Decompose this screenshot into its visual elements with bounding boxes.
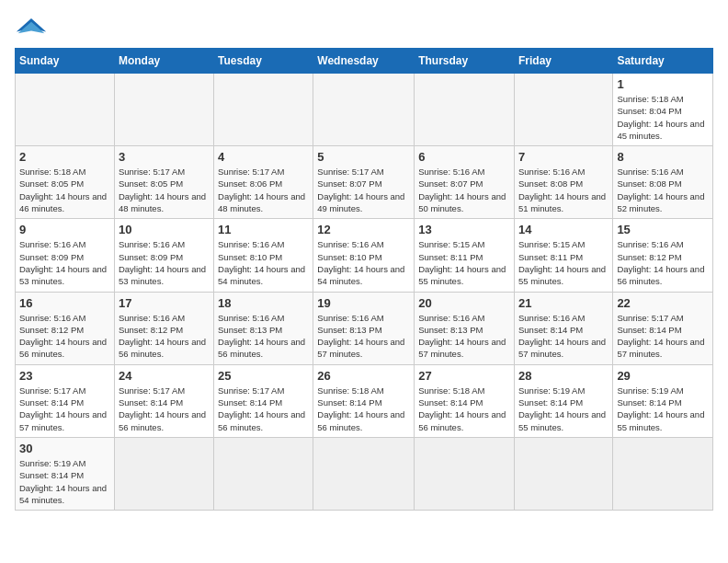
col-header-thursday: Thursday: [415, 49, 515, 74]
day-info: Sunrise: 5:16 AMSunset: 8:08 PMDaylight:…: [617, 166, 709, 214]
day-number: 13: [418, 223, 510, 236]
day-info: Sunrise: 5:16 AMSunset: 8:07 PMDaylight:…: [418, 166, 510, 214]
day-info: Sunrise: 5:16 AMSunset: 8:14 PMDaylight:…: [518, 312, 609, 361]
calendar-cell: 21Sunrise: 5:16 AMSunset: 8:14 PMDayligh…: [514, 292, 612, 364]
day-info: Sunrise: 5:18 AMSunset: 8:14 PMDaylight:…: [317, 385, 410, 433]
day-number: 26: [317, 369, 410, 383]
calendar-table: SundayMondayTuesdayWednesdayThursdayFrid…: [15, 48, 713, 511]
calendar-cell: 30Sunrise: 5:19 AMSunset: 8:14 PMDayligh…: [16, 437, 115, 510]
calendar-cell: 4Sunrise: 5:17 AMSunset: 8:06 PMDaylight…: [214, 146, 313, 219]
day-info: Sunrise: 5:16 AMSunset: 8:13 PMDaylight:…: [418, 312, 510, 361]
day-info: Sunrise: 5:17 AMSunset: 8:14 PMDaylight:…: [617, 312, 709, 361]
day-info: Sunrise: 5:16 AMSunset: 8:10 PMDaylight:…: [317, 238, 410, 287]
day-number: 7: [518, 150, 609, 164]
day-info: Sunrise: 5:17 AMSunset: 8:14 PMDaylight:…: [19, 385, 110, 433]
day-info: Sunrise: 5:17 AMSunset: 8:05 PMDaylight:…: [119, 166, 210, 214]
calendar-cell: 16Sunrise: 5:16 AMSunset: 8:12 PMDayligh…: [16, 292, 115, 364]
col-header-sunday: Sunday: [16, 49, 115, 74]
calendar-cell: 18Sunrise: 5:16 AMSunset: 8:13 PMDayligh…: [214, 292, 313, 364]
calendar-cell: [16, 74, 115, 146]
calendar-cell: [613, 437, 713, 510]
day-info: Sunrise: 5:18 AMSunset: 8:14 PMDaylight:…: [418, 385, 510, 433]
calendar-cell: 19Sunrise: 5:16 AMSunset: 8:13 PMDayligh…: [313, 292, 415, 364]
calendar-cell: [415, 74, 515, 146]
day-number: 29: [617, 369, 709, 383]
col-header-tuesday: Tuesday: [214, 49, 313, 74]
calendar-cell: [313, 74, 415, 146]
calendar-cell: 10Sunrise: 5:16 AMSunset: 8:09 PMDayligh…: [114, 219, 213, 292]
calendar-cell: 14Sunrise: 5:15 AMSunset: 8:11 PMDayligh…: [514, 219, 612, 292]
day-info: Sunrise: 5:15 AMSunset: 8:11 PMDaylight:…: [518, 238, 609, 287]
day-number: 23: [19, 369, 110, 383]
day-number: 1: [617, 77, 709, 91]
day-number: 10: [119, 223, 210, 236]
day-number: 24: [119, 369, 210, 383]
calendar-cell: 6Sunrise: 5:16 AMSunset: 8:07 PMDaylight…: [415, 146, 515, 219]
calendar-cell: 22Sunrise: 5:17 AMSunset: 8:14 PMDayligh…: [613, 292, 713, 364]
day-number: 8: [617, 150, 709, 164]
header: [15, 15, 713, 40]
day-number: 18: [218, 296, 309, 310]
calendar-cell: 1Sunrise: 5:18 AMSunset: 8:04 PMDaylight…: [613, 74, 713, 146]
day-number: 2: [19, 150, 110, 164]
day-info: Sunrise: 5:17 AMSunset: 8:14 PMDaylight:…: [119, 385, 210, 433]
calendar-cell: 20Sunrise: 5:16 AMSunset: 8:13 PMDayligh…: [415, 292, 515, 364]
day-number: 12: [317, 223, 410, 236]
day-info: Sunrise: 5:15 AMSunset: 8:11 PMDaylight:…: [418, 238, 510, 287]
calendar-cell: [514, 437, 612, 510]
calendar-cell: [415, 437, 515, 510]
day-number: 14: [518, 223, 609, 236]
logo-icon: [15, 15, 48, 40]
day-info: Sunrise: 5:17 AMSunset: 8:14 PMDaylight:…: [218, 385, 309, 433]
day-number: 28: [518, 369, 609, 383]
calendar-cell: 17Sunrise: 5:16 AMSunset: 8:12 PMDayligh…: [114, 292, 213, 364]
day-info: Sunrise: 5:16 AMSunset: 8:12 PMDaylight:…: [617, 238, 709, 287]
calendar-cell: [114, 437, 213, 510]
calendar-cell: 9Sunrise: 5:16 AMSunset: 8:09 PMDaylight…: [16, 219, 115, 292]
day-info: Sunrise: 5:16 AMSunset: 8:13 PMDaylight:…: [218, 312, 309, 361]
day-info: Sunrise: 5:19 AMSunset: 8:14 PMDaylight:…: [518, 385, 609, 433]
calendar-cell: 12Sunrise: 5:16 AMSunset: 8:10 PMDayligh…: [313, 219, 415, 292]
day-number: 27: [418, 369, 510, 383]
day-number: 20: [418, 296, 510, 310]
calendar-cell: [214, 437, 313, 510]
calendar-cell: 24Sunrise: 5:17 AMSunset: 8:14 PMDayligh…: [114, 364, 213, 437]
day-number: 30: [19, 442, 110, 455]
day-number: 5: [317, 150, 410, 164]
calendar-cell: 29Sunrise: 5:19 AMSunset: 8:14 PMDayligh…: [613, 364, 713, 437]
day-info: Sunrise: 5:16 AMSunset: 8:12 PMDaylight:…: [19, 312, 110, 361]
day-number: 3: [119, 150, 210, 164]
day-number: 16: [19, 296, 110, 310]
day-info: Sunrise: 5:19 AMSunset: 8:14 PMDaylight:…: [617, 385, 709, 433]
day-info: Sunrise: 5:18 AMSunset: 8:04 PMDaylight:…: [617, 93, 709, 142]
calendar-cell: [514, 74, 612, 146]
calendar-cell: 15Sunrise: 5:16 AMSunset: 8:12 PMDayligh…: [613, 219, 713, 292]
calendar-cell: 2Sunrise: 5:18 AMSunset: 8:05 PMDaylight…: [16, 146, 115, 219]
day-number: 25: [218, 369, 309, 383]
col-header-wednesday: Wednesday: [313, 49, 415, 74]
day-info: Sunrise: 5:16 AMSunset: 8:10 PMDaylight:…: [218, 238, 309, 287]
day-info: Sunrise: 5:18 AMSunset: 8:05 PMDaylight:…: [19, 166, 110, 214]
calendar-cell: 5Sunrise: 5:17 AMSunset: 8:07 PMDaylight…: [313, 146, 415, 219]
day-info: Sunrise: 5:19 AMSunset: 8:14 PMDaylight:…: [19, 457, 110, 506]
calendar-cell: 25Sunrise: 5:17 AMSunset: 8:14 PMDayligh…: [214, 364, 313, 437]
col-header-friday: Friday: [514, 49, 612, 74]
day-number: 9: [19, 223, 110, 236]
logo: [15, 15, 51, 40]
calendar-cell: [114, 74, 213, 146]
calendar-cell: 26Sunrise: 5:18 AMSunset: 8:14 PMDayligh…: [313, 364, 415, 437]
col-header-monday: Monday: [114, 49, 213, 74]
day-info: Sunrise: 5:16 AMSunset: 8:08 PMDaylight:…: [518, 166, 609, 214]
day-number: 19: [317, 296, 410, 310]
day-number: 6: [418, 150, 510, 164]
calendar-cell: 27Sunrise: 5:18 AMSunset: 8:14 PMDayligh…: [415, 364, 515, 437]
day-info: Sunrise: 5:17 AMSunset: 8:06 PMDaylight:…: [218, 166, 309, 214]
day-number: 4: [218, 150, 309, 164]
day-number: 21: [518, 296, 609, 310]
day-number: 11: [218, 223, 309, 236]
day-info: Sunrise: 5:16 AMSunset: 8:12 PMDaylight:…: [119, 312, 210, 361]
day-info: Sunrise: 5:16 AMSunset: 8:09 PMDaylight:…: [119, 238, 210, 287]
calendar-cell: 8Sunrise: 5:16 AMSunset: 8:08 PMDaylight…: [613, 146, 713, 219]
calendar-cell: 28Sunrise: 5:19 AMSunset: 8:14 PMDayligh…: [514, 364, 612, 437]
calendar-cell: 3Sunrise: 5:17 AMSunset: 8:05 PMDaylight…: [114, 146, 213, 219]
